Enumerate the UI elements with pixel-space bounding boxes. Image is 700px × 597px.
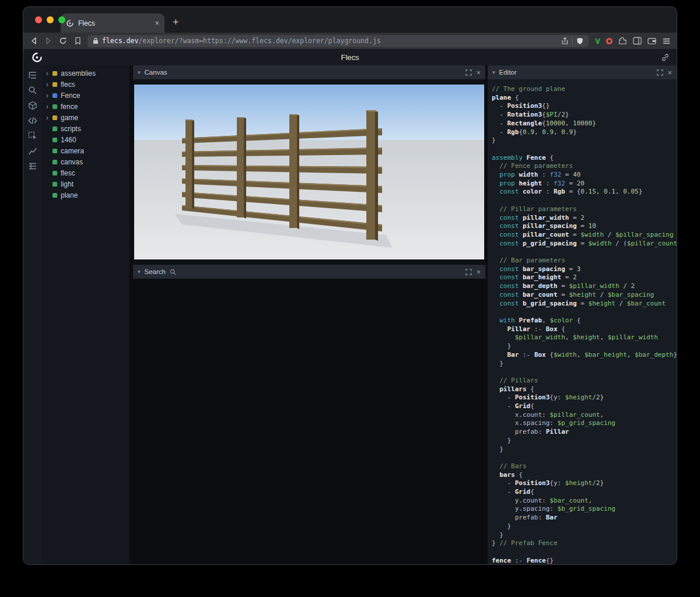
code-line: } bbox=[492, 522, 677, 531]
code-line: } bbox=[492, 531, 677, 540]
chevron-down-icon[interactable]: ▾ bbox=[138, 69, 141, 75]
tree-item-camera[interactable]: camera bbox=[42, 145, 130, 156]
bookmark-icon[interactable] bbox=[73, 36, 82, 45]
expander-icon[interactable]: › bbox=[46, 92, 52, 99]
expander-icon[interactable]: › bbox=[46, 114, 52, 121]
entity-label: game bbox=[61, 114, 78, 122]
close-icon[interactable]: × bbox=[476, 69, 481, 76]
new-tab-button[interactable]: + bbox=[173, 16, 179, 29]
flecs-logo-icon[interactable] bbox=[32, 52, 43, 63]
entity-label: scripts bbox=[61, 125, 81, 133]
sidebar-panel-icon[interactable] bbox=[633, 37, 642, 45]
code-line: const pillar_width = 2 bbox=[492, 214, 677, 223]
code-line: prop width : f32 = 40 bbox=[492, 171, 677, 180]
wallet-icon[interactable] bbox=[648, 37, 656, 45]
expander-icon[interactable]: › bbox=[46, 81, 52, 88]
browser-tab[interactable]: Flecs × bbox=[61, 13, 164, 33]
code-line: const pillar_count = $width / $pillar_sp… bbox=[492, 231, 677, 240]
chevron-down-icon[interactable]: ▾ bbox=[138, 269, 141, 275]
icon-rail bbox=[23, 65, 42, 564]
close-icon[interactable]: × bbox=[667, 69, 672, 76]
tree-item-flesc[interactable]: flesc bbox=[42, 167, 130, 178]
brave-shield-icon[interactable] bbox=[576, 37, 583, 45]
entity-color-square bbox=[52, 93, 57, 98]
entity-label: flecs bbox=[61, 80, 75, 89]
code-line: - Position3{} bbox=[492, 102, 677, 111]
entity-label: assemblies bbox=[61, 69, 96, 78]
app-main: ›assemblies›flecs›Fence›fence›gamescript… bbox=[23, 65, 677, 564]
entity-label: Fence bbox=[61, 92, 80, 100]
browser-window: Flecs × + flecs.dev/explorer/?wasm=https… bbox=[23, 7, 677, 564]
tree-item-assemblies[interactable]: ›assemblies bbox=[42, 68, 130, 79]
memory-rows-icon[interactable] bbox=[28, 161, 37, 171]
code-line: const bar_depth = $pillar_width / 2 bbox=[492, 282, 677, 291]
code-line: - Grid{ bbox=[492, 488, 677, 497]
code-line: // The ground plane bbox=[492, 85, 677, 94]
adblock-extension-icon[interactable] bbox=[606, 38, 612, 44]
maximize-window-button[interactable] bbox=[58, 16, 65, 23]
v-extension-icon[interactable]: V bbox=[595, 37, 600, 45]
toolbar-extensions: V bbox=[594, 37, 671, 45]
url-bar[interactable]: flecs.dev/explorer/?wasm=https://www.fle… bbox=[88, 35, 589, 47]
code-line: Pillar :- Box { bbox=[492, 325, 677, 334]
tree-item-plane[interactable]: plane bbox=[42, 189, 130, 201]
code-icon[interactable] bbox=[28, 116, 37, 125]
cube-icon[interactable] bbox=[28, 101, 37, 110]
canvas-panel-header[interactable]: ▾ Canvas × bbox=[133, 65, 485, 79]
code-line bbox=[492, 454, 677, 462]
tree-item-canvas[interactable]: canvas bbox=[42, 156, 130, 167]
code-line: pillars { bbox=[492, 385, 677, 394]
webgl-canvas[interactable] bbox=[134, 85, 484, 259]
code-line: } // Prefab Fence bbox=[492, 539, 677, 548]
tree-view-icon[interactable] bbox=[28, 71, 37, 80]
inspect-cursor-icon[interactable] bbox=[28, 131, 37, 141]
chevron-down-icon[interactable]: ▾ bbox=[492, 69, 495, 75]
entity-color-square bbox=[52, 171, 57, 175]
code-line: - Rotation3{$PI/2} bbox=[492, 111, 677, 120]
search-icon[interactable] bbox=[28, 86, 37, 95]
code-line: const pillar_spacing = 10 bbox=[492, 222, 677, 231]
code-line: $pillar_width, $height, $pillar_width bbox=[492, 333, 677, 342]
expander-icon[interactable]: › bbox=[46, 103, 52, 110]
tree-item-flecs[interactable]: ›flecs bbox=[42, 79, 130, 90]
reload-icon[interactable] bbox=[58, 36, 68, 45]
code-line: // Pillars bbox=[492, 377, 677, 385]
tree-item-Fence[interactable]: ›Fence bbox=[42, 90, 130, 101]
code-editor[interactable]: // The ground planeplane { - Position3{}… bbox=[488, 79, 677, 564]
search-results-area[interactable] bbox=[133, 279, 485, 564]
expand-icon[interactable] bbox=[466, 269, 472, 275]
entity-tree[interactable]: ›assemblies›flecs›Fence›fence›gamescript… bbox=[42, 65, 130, 564]
code-line: x.spacing: $p_grid_spacing bbox=[492, 419, 677, 428]
code-line: bars { bbox=[492, 471, 677, 480]
tree-item-game[interactable]: ›game bbox=[42, 112, 130, 123]
extensions-puzzle-icon[interactable] bbox=[618, 37, 627, 45]
tree-item-1460[interactable]: 1460 bbox=[42, 134, 130, 145]
code-line: } bbox=[492, 136, 677, 145]
minimize-window-button[interactable] bbox=[47, 16, 54, 23]
expand-icon[interactable] bbox=[466, 69, 472, 76]
search-panel: ▾ Search × bbox=[133, 265, 485, 564]
expander-icon[interactable]: › bbox=[46, 70, 52, 77]
code-line bbox=[492, 248, 677, 257]
tree-item-light[interactable]: light bbox=[42, 178, 130, 189]
code-line: - Position3{y: $height/2} bbox=[492, 394, 677, 402]
code-line bbox=[492, 145, 677, 154]
stats-chart-icon[interactable] bbox=[28, 146, 37, 156]
close-window-button[interactable] bbox=[35, 16, 42, 23]
entity-color-square bbox=[52, 160, 57, 164]
permalink-icon[interactable] bbox=[661, 53, 670, 62]
tab-close-icon[interactable]: × bbox=[155, 19, 159, 27]
close-icon[interactable]: × bbox=[476, 268, 481, 276]
menu-icon[interactable] bbox=[662, 37, 671, 45]
editor-panel-header[interactable]: ▾ Editor × bbox=[488, 65, 677, 79]
tree-item-scripts[interactable]: scripts bbox=[42, 123, 130, 134]
entity-color-square bbox=[52, 104, 57, 109]
back-icon[interactable] bbox=[29, 36, 38, 45]
forward-icon[interactable] bbox=[44, 36, 53, 45]
tree-item-fence[interactable]: ›fence bbox=[42, 101, 130, 112]
search-panel-header[interactable]: ▾ Search × bbox=[133, 265, 485, 279]
app-header: Flecs bbox=[23, 49, 677, 65]
expand-icon[interactable] bbox=[657, 69, 663, 76]
share-icon[interactable] bbox=[561, 37, 569, 45]
window-controls bbox=[35, 16, 65, 23]
